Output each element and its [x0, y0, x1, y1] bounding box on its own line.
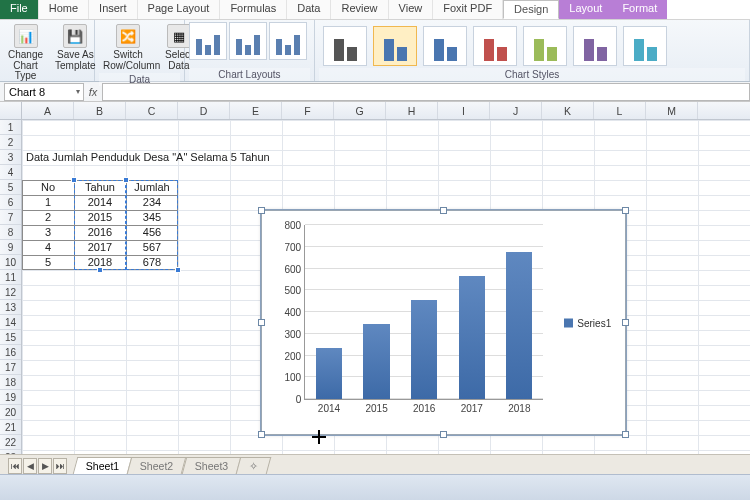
tab-review[interactable]: Review	[331, 0, 388, 19]
chart-plot-area[interactable]: 0100200300400500600700800201420152016201…	[304, 225, 543, 400]
sheet-tab-3[interactable]: Sheet3	[181, 457, 241, 474]
tab-data[interactable]: Data	[287, 0, 331, 19]
change-chart-type-label: Change Chart Type	[8, 50, 43, 82]
ribbon-group-chart-layouts: Chart Layouts	[185, 20, 315, 81]
chart-style-option[interactable]	[623, 26, 667, 66]
row-header[interactable]: 21	[0, 420, 21, 435]
column-header[interactable]: H	[386, 102, 438, 119]
sheet-tab-2[interactable]: Sheet2	[127, 457, 187, 474]
row-header[interactable]: 20	[0, 405, 21, 420]
row-header[interactable]: 10	[0, 255, 21, 270]
column-header[interactable]: L	[594, 102, 646, 119]
chart-style-option[interactable]	[473, 26, 517, 66]
column-header[interactable]: F	[282, 102, 334, 119]
sheet-nav-next[interactable]: ▶	[38, 458, 52, 474]
row-header[interactable]: 12	[0, 285, 21, 300]
select-all-corner[interactable]	[0, 102, 22, 119]
column-header[interactable]: M	[646, 102, 698, 119]
row-header[interactable]: 14	[0, 315, 21, 330]
chart-style-option[interactable]	[573, 26, 617, 66]
switch-row-column-button[interactable]: 🔀 Switch Row/Column	[99, 22, 157, 73]
chart-style-option[interactable]	[323, 26, 367, 66]
column-header[interactable]: J	[490, 102, 542, 119]
row-header[interactable]: 19	[0, 390, 21, 405]
tab-foxit-pdf[interactable]: Foxit PDF	[433, 0, 503, 19]
row-header[interactable]: 18	[0, 375, 21, 390]
tab-insert[interactable]: Insert	[89, 0, 138, 19]
range-handle[interactable]	[97, 267, 103, 273]
row-header[interactable]: 2	[0, 135, 21, 150]
row-header[interactable]: 15	[0, 330, 21, 345]
column-header[interactable]: D	[178, 102, 230, 119]
column-header[interactable]: B	[74, 102, 126, 119]
fx-icon[interactable]: fx	[84, 86, 102, 98]
tab-page-layout[interactable]: Page Layout	[138, 0, 221, 19]
range-handle[interactable]	[123, 177, 129, 183]
tab-formulas[interactable]: Formulas	[220, 0, 287, 19]
chart-layout-option[interactable]	[229, 22, 267, 60]
column-header[interactable]: I	[438, 102, 490, 119]
row-header[interactable]: 16	[0, 345, 21, 360]
range-handle[interactable]	[175, 267, 181, 273]
chart-handle-n[interactable]	[440, 207, 447, 214]
row-header[interactable]: 1	[0, 120, 21, 135]
chart-style-option[interactable]	[523, 26, 567, 66]
save-as-template-button[interactable]: 💾 Save As Template	[51, 22, 100, 73]
chart-type-icon: 📊	[14, 24, 38, 48]
column-header[interactable]: G	[334, 102, 386, 119]
chart-style-option[interactable]	[423, 26, 467, 66]
tab-format[interactable]: Format	[612, 0, 667, 19]
tab-design[interactable]: Design	[503, 0, 559, 19]
tab-layout[interactable]: Layout	[559, 0, 612, 19]
sheet-tab-bar: ⏮ ◀ ▶ ⏭ Sheet1 Sheet2 Sheet3 ✧	[0, 454, 750, 474]
cells-area[interactable]: Data Jumlah Penduduk Desa "A" Selama 5 T…	[22, 120, 750, 458]
chart-bar[interactable]	[506, 252, 532, 399]
row-header[interactable]: 4	[0, 165, 21, 180]
row-header[interactable]: 6	[0, 195, 21, 210]
chart-bar[interactable]	[411, 300, 437, 399]
chart-style-option[interactable]	[373, 26, 417, 66]
column-header[interactable]: C	[126, 102, 178, 119]
sheet-tab-new[interactable]: ✧	[236, 457, 272, 474]
chart-handle-se[interactable]	[622, 431, 629, 438]
chart-handle-w[interactable]	[258, 319, 265, 326]
column-header[interactable]: A	[22, 102, 74, 119]
tab-view[interactable]: View	[389, 0, 434, 19]
sheet-nav-first[interactable]: ⏮	[8, 458, 22, 474]
embedded-chart[interactable]: 0100200300400500600700800201420152016201…	[261, 210, 626, 435]
sheet-tab-active[interactable]: Sheet1	[73, 457, 133, 474]
sheet-nav-prev[interactable]: ◀	[23, 458, 37, 474]
row-header[interactable]: 22	[0, 435, 21, 450]
column-header[interactable]: K	[542, 102, 594, 119]
column-header[interactable]: E	[230, 102, 282, 119]
formula-input[interactable]	[102, 83, 750, 101]
tab-home[interactable]: Home	[39, 0, 89, 19]
chart-handle-sw[interactable]	[258, 431, 265, 438]
chart-bar[interactable]	[363, 324, 389, 399]
chart-handle-ne[interactable]	[622, 207, 629, 214]
chart-handle-e[interactable]	[622, 319, 629, 326]
name-box[interactable]: Chart 8	[4, 83, 84, 101]
chart-layout-option[interactable]	[189, 22, 227, 60]
cell-title[interactable]: Data Jumlah Penduduk Desa "A" Selama 5 T…	[22, 150, 322, 165]
chart-bar[interactable]	[459, 276, 485, 399]
change-chart-type-button[interactable]: 📊 Change Chart Type	[4, 22, 47, 84]
chart-bar[interactable]	[316, 348, 342, 399]
row-header[interactable]: 7	[0, 210, 21, 225]
tab-file[interactable]: File	[0, 0, 39, 19]
chart-plot-container: 0100200300400500600700800201420152016201…	[268, 217, 619, 428]
chart-handle-s[interactable]	[440, 431, 447, 438]
row-header[interactable]: 9	[0, 240, 21, 255]
chart-layout-option[interactable]	[269, 22, 307, 60]
row-header[interactable]: 8	[0, 225, 21, 240]
y-axis-tick-label: 700	[285, 241, 302, 252]
chart-handle-nw[interactable]	[258, 207, 265, 214]
row-header[interactable]: 11	[0, 270, 21, 285]
row-header[interactable]: 17	[0, 360, 21, 375]
row-header[interactable]: 13	[0, 300, 21, 315]
sheet-nav-last[interactable]: ⏭	[53, 458, 67, 474]
row-header[interactable]: 3	[0, 150, 21, 165]
chart-legend[interactable]: Series1	[564, 317, 611, 328]
row-header[interactable]: 5	[0, 180, 21, 195]
range-handle[interactable]	[71, 177, 77, 183]
